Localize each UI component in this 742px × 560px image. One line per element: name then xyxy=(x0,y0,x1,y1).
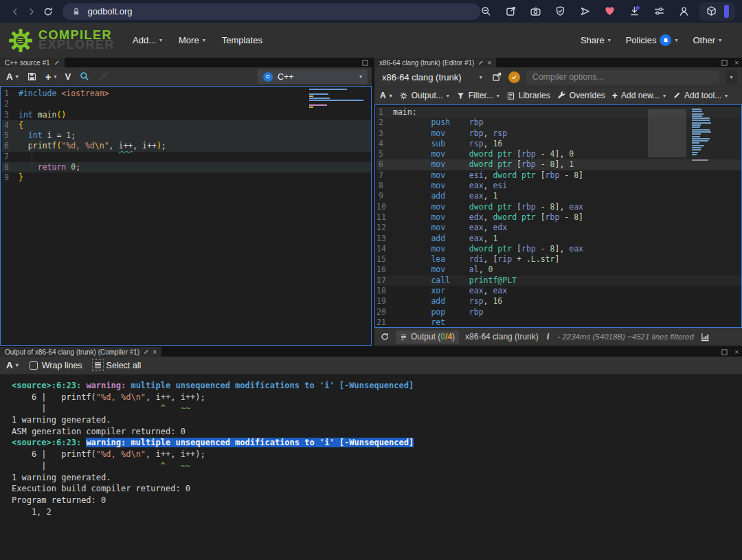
info-icon[interactable]: i xyxy=(545,331,552,342)
asm-code-line[interactable]: 17 call printf@PLT xyxy=(376,276,741,286)
tab-close-icon[interactable]: × xyxy=(153,348,157,356)
menu-add[interactable]: Add...▾ xyxy=(133,35,162,45)
rename-pencil-icon[interactable] xyxy=(143,349,149,355)
font-size-button[interactable]: A▾ xyxy=(380,91,392,100)
asm-code-line[interactable]: 15 lea rdi, [rip + .L.str] xyxy=(376,254,741,265)
asm-code-line[interactable]: 18 xor eax, eax xyxy=(376,286,741,296)
url-bar[interactable]: godbolt.org xyxy=(63,3,480,20)
output-line[interactable]: <source>:6:23: warning: multiple unseque… xyxy=(12,437,742,449)
shield-check-icon[interactable] xyxy=(554,5,566,17)
minimap-slider[interactable] xyxy=(648,109,686,157)
rename-pencil-icon[interactable] xyxy=(54,60,60,66)
output-line[interactable]: 1 warning generated. xyxy=(12,414,742,426)
tab-output[interactable]: Output of x86-64 clang (trunk) (Compiler… xyxy=(0,347,161,357)
output-line[interactable]: 6 | printf("%d, %d\n", i++, i++); xyxy=(12,392,742,403)
maximize-icon[interactable] xyxy=(359,58,372,67)
asm-code-line[interactable]: 16 mov al, 0 xyxy=(376,265,741,275)
maximize-icon[interactable] xyxy=(718,58,731,67)
quick-bench-icon[interactable] xyxy=(98,71,109,82)
popout-icon[interactable] xyxy=(491,71,502,82)
recompile-icon[interactable] xyxy=(380,332,390,341)
forward-icon[interactable] xyxy=(23,3,40,20)
rename-pencil-icon[interactable] xyxy=(477,60,484,66)
font-size-button[interactable]: A▾ xyxy=(6,71,19,82)
output-line[interactable]: | ^ ~~ xyxy=(12,460,742,472)
menu-share[interactable]: Share▾ xyxy=(581,35,611,45)
favorites-heart-icon[interactable] xyxy=(604,5,616,17)
camera-icon[interactable] xyxy=(530,5,541,17)
tab-compiler[interactable]: x86-64 clang (trunk) (Editor #1) × xyxy=(374,58,496,67)
asm-code-line[interactable]: 2 push rbp xyxy=(376,117,741,128)
close-pane-icon[interactable]: × xyxy=(731,58,742,67)
output-line[interactable]: ASM generation compiler returned: 0 xyxy=(12,426,742,438)
output-counter-button[interactable]: Output (0/4) xyxy=(396,331,459,344)
menu-policies[interactable]: Policies ▾ xyxy=(626,34,678,46)
asm-code-line[interactable]: 7 mov esi, dword ptr [rbp - 8] xyxy=(376,170,741,181)
vim-mode-button[interactable]: V xyxy=(65,71,71,82)
compiler-options-input[interactable] xyxy=(526,70,719,85)
output-line[interactable]: Program returned: 0 xyxy=(12,495,742,506)
menu-templates[interactable]: Templates xyxy=(222,35,262,45)
asm-code-line[interactable]: 11 mov edx, dword ptr [rbp - 8] xyxy=(376,212,741,223)
asm-code-line[interactable]: 13 add eax, 1 xyxy=(376,234,741,244)
source-code-editor[interactable]: 1#include <iostream>23int main()4{5 int … xyxy=(0,86,372,346)
asm-code-line[interactable]: 5 mov dword ptr [rbp - 4], 0 xyxy=(376,149,741,159)
filter-menu-button[interactable]: Filter...▾ xyxy=(456,91,499,100)
compiler-explorer-logo[interactable]: COMPILER EXPLORER xyxy=(8,28,115,53)
wrap-lines-checkbox[interactable]: Wrap lines xyxy=(30,361,82,370)
search-zoom-icon[interactable] xyxy=(480,5,492,17)
add-pane-button[interactable]: +▾ xyxy=(45,71,57,82)
asm-code-line[interactable]: 9 add eax, 1 xyxy=(376,191,741,201)
cpp-insights-icon[interactable] xyxy=(79,71,90,82)
source-code-line[interactable]: 5 int i = 1; xyxy=(2,131,371,141)
asm-code-line[interactable]: 4 sub rsp, 16 xyxy=(376,139,741,149)
output-line[interactable]: 6 | printf("%d, %d\n", i++, i++); xyxy=(12,449,742,460)
asm-code-line[interactable]: 19 add rsp, 16 xyxy=(376,296,741,306)
tab-close-icon[interactable]: × xyxy=(487,59,491,67)
output-line[interactable]: | ^ ~~ xyxy=(12,403,742,414)
close-pane-icon[interactable]: × xyxy=(731,347,742,357)
extension-cube-icon[interactable] xyxy=(706,5,717,17)
asm-code-line[interactable]: 20 pop rbp xyxy=(376,307,741,317)
save-button[interactable] xyxy=(27,71,37,82)
source-code-line[interactable]: 4{ xyxy=(2,120,371,131)
asm-code-line[interactable]: 3 mov rbp, rsp xyxy=(376,128,741,139)
add-new-button[interactable]: + Add new...▾ xyxy=(612,90,666,101)
asm-code-line[interactable]: 10 mov dword ptr [rbp - 8], eax xyxy=(376,202,741,212)
timing-chart-icon[interactable] xyxy=(700,332,710,342)
source-code-line[interactable]: 8 return 0; xyxy=(2,162,371,172)
reload-icon[interactable] xyxy=(40,3,56,20)
send-icon[interactable] xyxy=(579,5,591,17)
source-code-line[interactable]: 9} xyxy=(2,172,371,183)
options-dropdown-icon[interactable]: ▾ xyxy=(726,70,737,85)
output-line[interactable]: Execution build compiler returned: 0 xyxy=(12,483,742,495)
asm-code-line[interactable]: 8 mov eax, esi xyxy=(376,181,741,191)
output-line[interactable]: <source>:6:23: warning: multiple unseque… xyxy=(12,380,742,392)
asm-code-line[interactable]: 6 mov dword ptr [rbp - 8], 1 xyxy=(376,159,741,170)
edit-share-icon[interactable] xyxy=(505,5,517,17)
source-code-line[interactable]: 3int main() xyxy=(2,110,371,120)
overrides-button[interactable]: Overrides xyxy=(557,91,605,100)
asm-minimap[interactable] xyxy=(692,109,717,161)
back-icon[interactable] xyxy=(7,3,23,20)
tab-source[interactable]: C++ source #1 xyxy=(0,58,65,67)
extension-indicator[interactable] xyxy=(724,5,729,18)
settings-sliders-icon[interactable] xyxy=(653,5,665,17)
output-line[interactable]: 1 warning generated. xyxy=(12,472,742,484)
compiler-select[interactable]: x86-64 clang (trunk) ▾ xyxy=(379,72,485,82)
compiler-status-badge[interactable] xyxy=(508,71,520,83)
profile-icon[interactable] xyxy=(678,5,690,17)
maximize-icon[interactable] xyxy=(718,347,731,357)
font-size-button[interactable]: A▾ xyxy=(6,360,19,370)
asm-code-line[interactable]: 14 mov dword ptr [rbp - 8], eax xyxy=(376,244,741,254)
add-tool-button[interactable]: Add tool...▾ xyxy=(673,91,728,100)
menu-other[interactable]: Other▾ xyxy=(693,35,721,45)
libraries-button[interactable]: Libraries xyxy=(506,91,550,100)
source-code-line[interactable]: 6 printf("%d, %d\n", i++, i++); xyxy=(2,141,371,151)
asm-code-line[interactable]: 1main: xyxy=(376,107,741,117)
downloads-icon[interactable] xyxy=(629,5,640,17)
asm-code-line[interactable]: 21 ret xyxy=(376,317,741,328)
menu-more[interactable]: More▾ xyxy=(179,35,205,45)
language-select[interactable]: C C++ ▾ xyxy=(258,69,368,84)
source-code-line[interactable]: 7 xyxy=(2,152,371,162)
